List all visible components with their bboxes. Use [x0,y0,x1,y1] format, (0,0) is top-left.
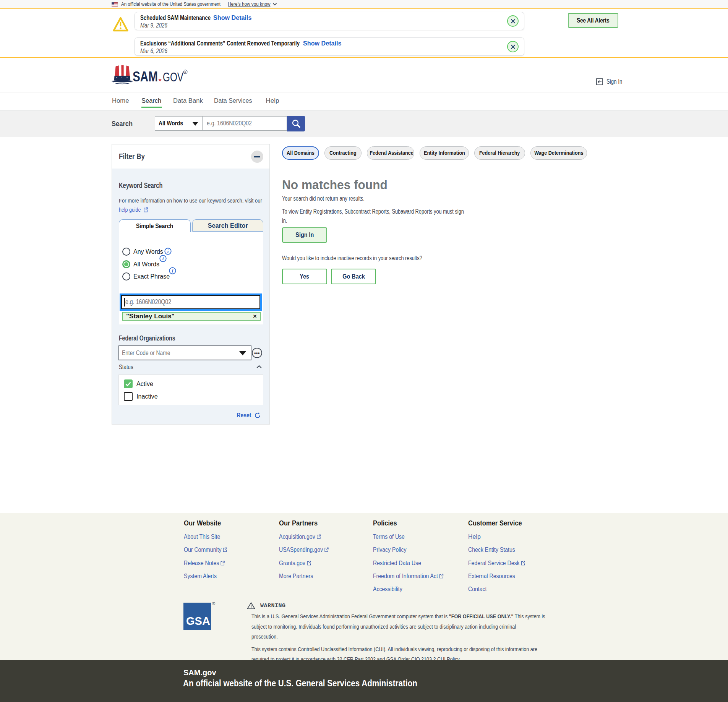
svg-text:R: R [184,71,186,74]
svg-text:i: i [162,256,164,261]
svg-text:i: i [172,268,173,274]
svg-text:SAM: SAM [133,69,158,84]
svg-text:GOV: GOV [163,70,183,84]
svg-text:i: i [167,248,169,254]
